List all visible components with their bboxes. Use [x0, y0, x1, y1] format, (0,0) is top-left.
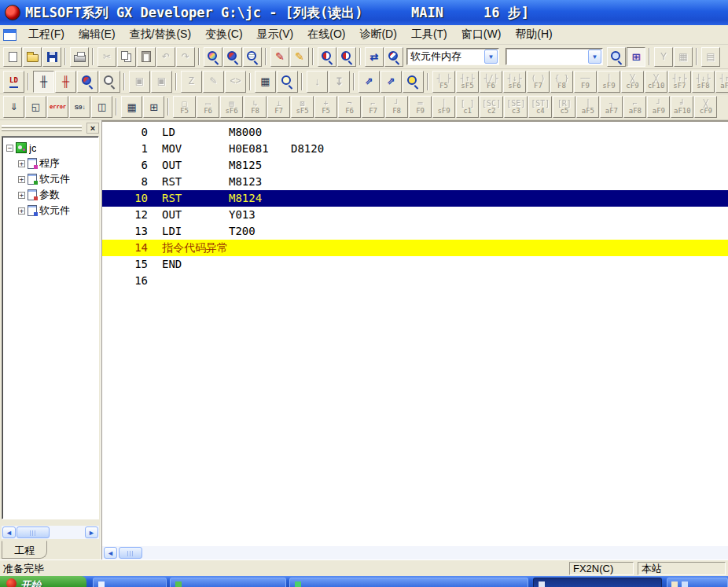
title-bar[interactable]: MELSOFT系列 GX Developer G:\jc - [列表(读出) M… — [0, 0, 728, 25]
tree-partition-button[interactable]: ⊞ — [143, 96, 164, 118]
menu-view[interactable]: 显示(V) — [250, 25, 301, 44]
menu-online[interactable]: 在线(O) — [300, 25, 352, 44]
split-window-button[interactable]: ◫ — [91, 96, 112, 118]
delete-horizontal-line-button[interactable]: ╳ cF9 — [621, 71, 644, 93]
rising-pulse-parallel-button[interactable]: ┤↑├ aF7 — [715, 71, 728, 93]
list-row[interactable]: 1 MOV H0E081 D8120 — [102, 141, 728, 157]
close-icon[interactable]: × — [86, 123, 99, 134]
program-partition-button[interactable]: ▦ — [255, 71, 276, 93]
comment-list-button[interactable]: ▤ — [701, 47, 720, 67]
menu-tools[interactable]: 工具(T) — [404, 25, 454, 44]
statement-edit-button[interactable]: ✎ — [290, 47, 309, 67]
taskbar-button[interactable] — [289, 578, 528, 587]
sfc-block-button[interactable]: ▭ F6 — [197, 96, 219, 118]
print-button[interactable] — [70, 47, 89, 67]
tree-item-device-memory[interactable]: + 软元件 — [2, 203, 98, 218]
list-row[interactable]: 15 END — [102, 256, 728, 273]
menu-window[interactable]: 窗口(W) — [454, 25, 509, 44]
list-row[interactable]: 8 RST M8123 — [102, 174, 728, 190]
open-contact-button[interactable]: ┤ ├ F5 — [432, 71, 455, 93]
step-run-button[interactable]: ↓ — [307, 71, 328, 93]
panel-gripper[interactable] — [2, 125, 82, 131]
vertical-line-button[interactable]: │ sF9 — [597, 71, 620, 93]
find-contact-coil-button[interactable] — [403, 71, 424, 93]
closed-contact-button[interactable]: ┤/├ F6 — [480, 71, 502, 93]
horizontal-line-button[interactable]: ── F9 — [574, 71, 597, 93]
collapse-icon[interactable]: − — [6, 145, 13, 152]
sfc-step-button[interactable]: □ F5 — [173, 96, 196, 118]
corner-a4-button[interactable]: ╛ aF10 — [671, 96, 693, 118]
device-batch-button[interactable]: ▣ — [151, 71, 172, 93]
cascade-windows-button[interactable]: ◱ — [25, 96, 46, 118]
line-corner-2-button[interactable]: ⌐ F7 — [362, 96, 384, 118]
tree-item-root[interactable]: − jc — [2, 140, 98, 156]
zoom-search-button[interactable] — [77, 71, 98, 93]
display-step-button[interactable]: ⇓ — [3, 96, 24, 118]
expand-icon[interactable]: + — [18, 160, 25, 167]
st-box-button[interactable]: [ST] c4 — [528, 96, 552, 118]
start-button[interactable]: 开始 — [0, 576, 86, 587]
list-row[interactable]: 16 — [102, 273, 728, 289]
menu-edit[interactable]: 编辑(E) — [72, 25, 123, 44]
device-test-button[interactable]: ▣ — [129, 71, 150, 93]
scroll-left-icon[interactable]: ◄ — [2, 526, 16, 538]
line-cross-button[interactable]: + F5 — [314, 96, 337, 118]
menu-project[interactable]: 工程(F) — [21, 25, 72, 44]
corner-a3-button[interactable]: ┘ aF9 — [647, 96, 670, 118]
scrollbar-thumb[interactable] — [17, 526, 50, 538]
sfc-end-step-button[interactable]: ⊥ F7 — [267, 96, 290, 118]
taskbar-button[interactable] — [93, 578, 167, 587]
se-box-button[interactable]: [SE] c3 — [504, 96, 528, 118]
taskbar-button[interactable] — [667, 578, 728, 587]
corner-a1-button[interactable]: ┐ aF7 — [600, 96, 623, 118]
device-comment-edit-button[interactable]: ✎ — [270, 47, 289, 67]
chevron-down-icon[interactable]: ▼ — [588, 50, 601, 64]
delete-vertical-line-button[interactable]: ╳ cF10 — [645, 71, 667, 93]
rising-pulse-contact-button[interactable]: ┤↑├ sF5 — [456, 71, 479, 93]
change-tc-setting-button[interactable]: <> — [225, 71, 246, 93]
line-corner-3-button[interactable]: ┘ F8 — [385, 96, 408, 118]
device-memory-combobox[interactable]: 软元件内存 ▼ — [406, 48, 499, 65]
save-project-button[interactable] — [42, 47, 61, 67]
taskbar-button-active[interactable] — [533, 578, 662, 587]
scroll-right-icon[interactable]: ► — [85, 526, 98, 538]
list-row[interactable]: 0 LD M8000 — [102, 124, 728, 141]
macro-button[interactable]: Y — [654, 47, 673, 67]
write-during-run-button[interactable]: ✎ — [203, 71, 224, 93]
find-device-button[interactable] — [223, 47, 242, 67]
taskbar-button[interactable] — [170, 578, 286, 587]
rising-pulse-branch-button[interactable]: ┤↑├ sF7 — [668, 71, 691, 93]
expand-icon[interactable]: + — [18, 176, 25, 183]
device-label-combobox[interactable]: ▼ — [506, 48, 603, 65]
tree-item-device-comment[interactable]: + 软元件 — [2, 171, 98, 187]
list-row[interactable]: 13 LDI T200 — [102, 223, 728, 240]
sfc-jump-box-button[interactable]: ⊠ sF5 — [291, 96, 314, 118]
dashed-box-button[interactable]: [ ] c1 — [456, 96, 479, 118]
delete-line-button[interactable]: ╳ cF9 — [694, 96, 717, 118]
chevron-down-icon[interactable]: ▼ — [484, 50, 498, 64]
scan-time-button[interactable] — [277, 71, 298, 93]
sort-s1-s9-button[interactable]: S9↓ — [69, 96, 90, 118]
ladder-view-button[interactable]: ╫ — [33, 71, 54, 93]
menu-diagnostics[interactable]: 诊断(D) — [352, 25, 403, 44]
jump-source-button[interactable]: ⇗ — [358, 71, 380, 93]
macro-reference-button[interactable]: ▦ — [674, 47, 693, 67]
device-use-list-button[interactable] — [337, 47, 356, 67]
step-stop-button[interactable]: ↧ — [329, 71, 350, 93]
scrollbar-thumb[interactable] — [119, 547, 142, 559]
online-change-button[interactable]: Z — [181, 71, 202, 93]
expand-icon[interactable]: + — [18, 207, 25, 215]
menu-find-replace[interactable]: 查找/替换(S) — [123, 25, 199, 44]
application-instruction-button[interactable]: { } F8 — [550, 71, 573, 93]
tree-horizontal-scrollbar[interactable]: ◄ ► — [2, 526, 99, 539]
sc-box-button[interactable]: [SC] c2 — [480, 96, 503, 118]
tree-item-parameter[interactable]: + 参数 — [2, 187, 98, 203]
cut-button[interactable]: ✂ — [97, 47, 116, 67]
list-row[interactable]: 14 指令代码异常 — [102, 240, 728, 256]
open-project-button[interactable] — [23, 47, 42, 67]
sfc-block-lines-button[interactable]: ▤ sF6 — [220, 96, 243, 118]
redo-button[interactable]: ↷ — [176, 47, 195, 67]
list-row[interactable]: 12 OUT Y013 — [102, 207, 728, 223]
jump-destination-button[interactable]: ⇗ — [381, 71, 402, 93]
falling-pulse-branch-button[interactable]: ┤↓├ sF8 — [692, 71, 715, 93]
